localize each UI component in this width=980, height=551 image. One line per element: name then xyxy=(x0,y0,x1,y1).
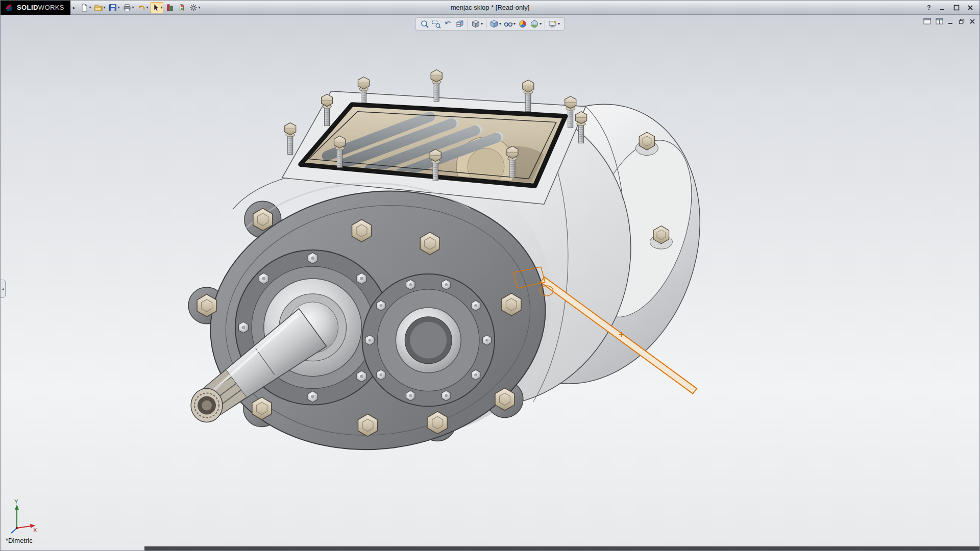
options-gear-icon xyxy=(189,4,198,12)
dropdown-caret-icon[interactable]: ▾ xyxy=(198,6,200,10)
model-right-bearing[interactable] xyxy=(362,274,495,407)
options-button[interactable]: ▾ xyxy=(188,2,201,13)
solidworks-window: SOLIDWORKS ▸ ▾ ▾ ▾ xyxy=(0,0,980,551)
y-axis-label: Y xyxy=(14,498,18,505)
zoom-to-fit-button[interactable] xyxy=(419,19,430,29)
minimize-button[interactable] xyxy=(939,4,947,12)
select-tool-button[interactable]: ▾ xyxy=(151,2,163,13)
brand-text: SOLIDWORKS xyxy=(17,4,64,11)
edit-appearance-icon xyxy=(518,19,527,29)
graphics-viewport[interactable]: ▾ ▾ ▾ xyxy=(1,15,979,550)
collapse-arrow-icon: ◂ xyxy=(2,287,4,291)
x-axis-label: X xyxy=(33,527,37,533)
headsup-view-toolbar: ▾ ▾ ▾ xyxy=(415,17,565,31)
close-button[interactable] xyxy=(966,4,974,12)
featuremanager-flyout-tab[interactable]: ◂ xyxy=(1,280,6,298)
help-button[interactable]: ? xyxy=(925,4,933,12)
toolbar-separator xyxy=(545,19,545,29)
xpress-products-button[interactable] xyxy=(165,2,175,13)
bottom-status-strip xyxy=(144,546,979,550)
dropdown-caret-icon[interactable]: ▾ xyxy=(481,22,483,26)
document-minimize-button[interactable] xyxy=(948,18,954,24)
dropdown-caret-icon[interactable]: ▾ xyxy=(146,6,148,10)
dropdown-caret-icon[interactable]: ▾ xyxy=(558,22,560,26)
document-close-button[interactable] xyxy=(969,18,975,24)
dropdown-caret-icon[interactable]: ▾ xyxy=(160,6,162,10)
previous-view-button[interactable] xyxy=(443,19,454,29)
section-view-icon xyxy=(455,19,464,29)
hide-show-items-button[interactable]: ▾ xyxy=(503,19,517,29)
xpress-products-icon xyxy=(166,4,174,12)
save-button[interactable]: ▾ xyxy=(108,2,120,13)
open-button[interactable]: ▾ xyxy=(93,2,106,13)
dropdown-caret-icon[interactable]: ▾ xyxy=(540,22,542,26)
zoom-to-area-button[interactable] xyxy=(431,19,442,29)
toolbar-separator xyxy=(468,19,468,29)
maximize-button[interactable] xyxy=(952,4,961,12)
print-icon xyxy=(123,4,131,12)
view-orientation-icon xyxy=(471,19,480,29)
section-view-button[interactable] xyxy=(454,19,465,29)
minimize-icon xyxy=(940,5,946,11)
dropdown-caret-icon[interactable]: ▾ xyxy=(103,6,105,10)
pane-grid-icon xyxy=(936,18,943,24)
dropdown-caret-icon[interactable]: ▾ xyxy=(117,6,119,10)
document-title: menjac sklop * [Read-only] xyxy=(451,4,530,11)
select-cursor-icon xyxy=(152,4,160,12)
menu-expand-arrow-icon[interactable]: ▸ xyxy=(70,5,78,10)
help-icon: ? xyxy=(927,4,930,11)
dropdown-caret-icon[interactable]: ▾ xyxy=(513,22,516,26)
close-icon xyxy=(969,18,975,24)
document-window-controls xyxy=(923,18,975,24)
z-axis-line xyxy=(11,528,17,533)
maximize-icon xyxy=(953,5,960,11)
close-icon xyxy=(967,5,973,11)
apply-scene-button[interactable]: ▾ xyxy=(529,19,543,29)
view-orientation-label: *Dimetric xyxy=(6,537,33,544)
main-toolbar: ▾ ▾ ▾ ▾ xyxy=(78,2,201,13)
dropdown-caret-icon[interactable]: ▾ xyxy=(89,6,91,10)
print-button[interactable]: ▾ xyxy=(122,2,135,13)
solidworks-logo: SOLIDWORKS xyxy=(1,1,70,15)
pane-grid-button[interactable] xyxy=(936,18,943,24)
reference-triad: Y X xyxy=(7,498,39,535)
view-orientation-button[interactable]: ▾ xyxy=(470,19,484,29)
rebuild-button[interactable] xyxy=(177,2,187,13)
minimize-icon xyxy=(948,18,954,24)
display-style-button[interactable]: ▾ xyxy=(488,19,502,29)
pane-layout-button[interactable] xyxy=(923,18,931,24)
zoom-to-fit-icon xyxy=(420,19,429,29)
titlebar: SOLIDWORKS ▸ ▾ ▾ ▾ xyxy=(1,1,979,15)
dropdown-caret-icon[interactable]: ▾ xyxy=(499,22,501,26)
view-settings-icon xyxy=(548,19,557,29)
open-folder-icon xyxy=(94,4,103,12)
undo-icon xyxy=(137,4,145,12)
pane-layout-icon xyxy=(923,18,931,24)
save-icon xyxy=(109,4,117,12)
dassault-systemes-logo-icon xyxy=(5,3,14,12)
rebuild-icon xyxy=(178,4,186,12)
new-document-icon xyxy=(80,4,88,12)
toolbar-separator xyxy=(486,19,486,29)
restore-icon xyxy=(959,18,965,24)
dropdown-caret-icon[interactable]: ▾ xyxy=(132,6,134,10)
hide-show-items-icon xyxy=(504,19,513,29)
y-axis-arrow-icon xyxy=(15,505,19,510)
gearbox-model[interactable] xyxy=(1,15,979,550)
new-document-button[interactable]: ▾ xyxy=(79,2,92,13)
undo-button[interactable]: ▾ xyxy=(136,2,149,13)
edit-appearance-button[interactable] xyxy=(517,19,528,29)
window-controls: ? xyxy=(925,4,979,12)
apply-scene-icon xyxy=(530,19,539,29)
view-settings-button[interactable]: ▾ xyxy=(547,19,561,29)
document-restore-button[interactable] xyxy=(959,18,965,24)
previous-view-icon xyxy=(444,19,453,29)
zoom-to-area-icon xyxy=(432,19,441,29)
display-style-icon xyxy=(489,19,499,29)
